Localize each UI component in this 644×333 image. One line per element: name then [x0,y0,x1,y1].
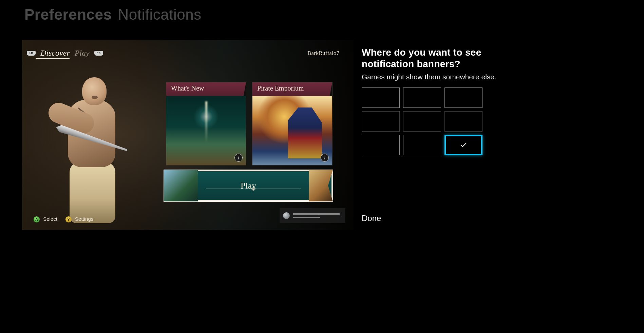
tile-title: What's New [166,82,246,96]
breadcrumb-sub: Notifications [118,6,201,23]
rb-bumper-icon: RB [94,51,103,56]
xbox-icon [283,212,290,219]
position-middle-left[interactable] [362,111,400,132]
hint-settings: Y Settings [65,216,93,222]
game-preview: LB Discover Play RB BarkRuffalo7 What's … [22,40,354,230]
position-top-center[interactable] [403,87,441,108]
button-hints: A Select Y Settings [34,216,93,222]
play-label: Play [241,181,256,191]
hint-select-label: Select [43,216,57,222]
done-button[interactable]: Done [362,214,504,223]
hint-settings-label: Settings [75,216,93,222]
info-icon[interactable]: i [234,154,243,162]
position-bottom-right[interactable] [444,135,482,155]
play-button[interactable]: Play [165,171,332,200]
gamertag: BarkRuffalo7 [307,50,339,56]
position-bottom-center[interactable] [403,135,441,155]
panel-heading: Where do you want to see notification ba… [362,47,504,70]
tile-image [252,96,332,165]
position-top-right[interactable] [444,87,482,108]
info-icon[interactable]: i [321,154,329,162]
y-button-icon: Y [65,216,72,222]
pirate-character [27,60,163,230]
position-middle-center[interactable] [403,111,441,132]
position-top-left[interactable] [362,87,400,108]
tile-title: Pirate Emporium [252,82,332,96]
position-grid [362,87,504,155]
tile-pirate-emporium[interactable]: Pirate Emporium i [252,82,333,165]
notification-position-panel: Where do you want to see notification ba… [362,47,504,223]
checkmark-icon [460,141,467,149]
breadcrumb: Preferences Notifications [24,6,202,23]
breadcrumb-main: Preferences [24,6,112,23]
lb-bumper-icon: LB [27,51,36,56]
tab-discover[interactable]: Discover [40,48,70,58]
position-middle-right[interactable] [444,111,482,132]
tab-underline [36,58,70,59]
preview-tabs: LB Discover Play RB [27,48,103,58]
panel-subtext: Games might show them somewhere else. [362,72,504,81]
notification-toast-preview [280,208,345,223]
tile-whats-new[interactable]: What's New i [166,82,246,165]
hint-select: A Select [34,216,57,222]
a-button-icon: A [34,216,40,222]
tab-play[interactable]: Play [75,48,90,58]
tile-image [166,96,246,165]
position-bottom-left[interactable] [362,135,400,155]
